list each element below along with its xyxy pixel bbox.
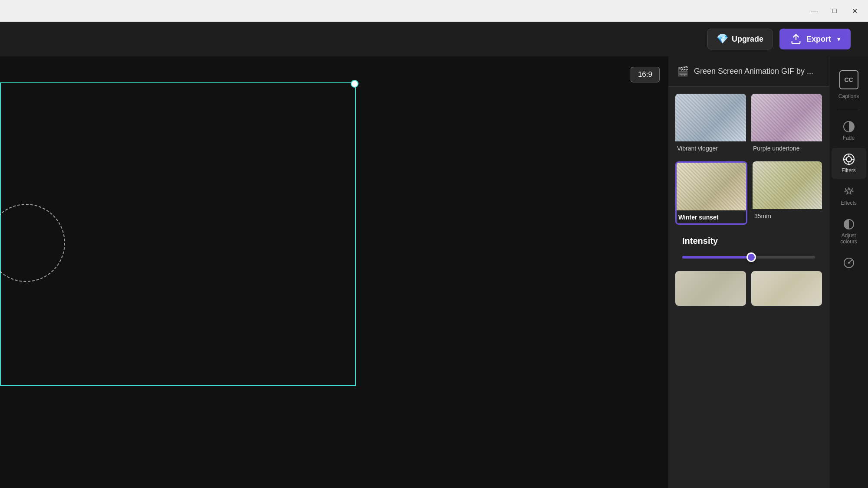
filter-label-purple: Purple undertone <box>751 141 822 154</box>
side-toolbar: CC Captions Fade <box>829 56 868 488</box>
filter-thumb-vibrant <box>675 94 746 141</box>
adjust-colours-icon <box>843 218 855 230</box>
app-window: 💎 Upgrade Export ▾ 16:9 <box>0 22 868 488</box>
intensity-section: Intensity <box>675 232 822 269</box>
intensity-label: Intensity <box>682 236 815 246</box>
title-bar: — □ ✕ <box>0 0 868 22</box>
top-toolbar: 💎 Upgrade Export ▾ <box>0 22 868 56</box>
fade-label: Fade <box>843 135 855 141</box>
sidebar-item-adjust-colours[interactable]: Adjust colours <box>832 213 866 250</box>
filter-grid: Vibrant vlogger Purple undertone <box>668 87 829 488</box>
partial-filter-row <box>675 271 822 306</box>
filters-icon <box>843 153 855 165</box>
slider-thumb[interactable] <box>746 252 756 262</box>
filter-item-35mm[interactable]: 35mm <box>753 161 822 225</box>
media-icon: 🎬 <box>677 66 689 77</box>
slider-track <box>682 256 815 259</box>
cc-badge-icon: CC <box>839 70 858 89</box>
filters-label: Filters <box>842 167 856 174</box>
slider-fill <box>682 256 751 259</box>
maximize-button[interactable]: □ <box>825 4 845 18</box>
filter-panel: 🎬 Green Screen Animation GIF by ... Vibr… <box>668 56 829 488</box>
export-icon <box>790 33 802 45</box>
diamond-icon: 💎 <box>717 33 728 45</box>
fade-icon <box>843 121 855 133</box>
divider-1 <box>837 110 860 110</box>
filter-thumb-winter <box>677 163 746 210</box>
filter-row-2: Winter sunset 35mm <box>675 161 822 225</box>
minimize-button[interactable]: — <box>805 4 825 18</box>
crop-handle[interactable] <box>351 80 358 88</box>
sidebar-item-effects[interactable]: Effects <box>832 180 866 211</box>
filter-label-winter: Winter sunset <box>677 210 746 223</box>
canvas-area[interactable]: 16:9 <box>0 56 668 488</box>
panel-title: Green Screen Animation GIF by ... <box>694 67 813 76</box>
fabric-texture <box>675 94 746 141</box>
filter-thumb-35mm <box>753 161 822 209</box>
export-button[interactable]: Export ▾ <box>779 29 851 49</box>
svg-point-3 <box>845 158 847 160</box>
effects-icon <box>843 186 855 198</box>
right-panel: 🎬 Green Screen Animation GIF by ... Vibr… <box>668 56 868 488</box>
captions-label: Captions <box>838 93 859 99</box>
svg-point-10 <box>848 262 850 264</box>
filter-row-1: Vibrant vlogger Purple undertone <box>675 94 822 154</box>
upgrade-label: Upgrade <box>732 35 763 44</box>
adjust-colours-label: Adjust colours <box>835 233 863 245</box>
close-button[interactable]: ✕ <box>845 4 865 18</box>
filter-item-winter-sunset[interactable]: Winter sunset <box>675 161 747 225</box>
filter-item-purple-undertone[interactable]: Purple undertone <box>751 94 822 154</box>
fabric-texture-4 <box>753 161 822 209</box>
speed-icon <box>843 257 855 269</box>
main-content: 16:9 🎬 Green Screen Animation GIF by ... <box>0 56 868 488</box>
sidebar-item-speed[interactable] <box>832 252 866 276</box>
filter-thumb-purple <box>751 94 822 141</box>
filter-label-vibrant: Vibrant vlogger <box>675 141 746 154</box>
filter-label-35mm: 35mm <box>753 209 822 222</box>
intensity-slider[interactable] <box>682 252 815 262</box>
filter-item-vibrant-vlogger[interactable]: Vibrant vlogger <box>675 94 746 154</box>
panel-header: 🎬 Green Screen Animation GIF by ... <box>668 56 829 87</box>
upgrade-button[interactable]: 💎 Upgrade <box>707 29 773 49</box>
effects-label: Effects <box>841 200 856 206</box>
sidebar-item-filters[interactable]: Filters <box>832 148 866 179</box>
partial-thumb-2[interactable] <box>751 271 822 306</box>
export-label: Export <box>806 35 831 44</box>
sidebar-item-fade[interactable]: Fade <box>832 115 866 146</box>
fabric-texture-2 <box>751 94 822 141</box>
sidebar-item-captions[interactable]: CC Captions <box>832 65 866 105</box>
partial-thumb-1[interactable] <box>675 271 746 306</box>
aspect-ratio-badge[interactable]: 16:9 <box>631 67 660 82</box>
export-chevron-icon: ▾ <box>837 36 840 43</box>
fabric-texture-3 <box>677 163 746 210</box>
